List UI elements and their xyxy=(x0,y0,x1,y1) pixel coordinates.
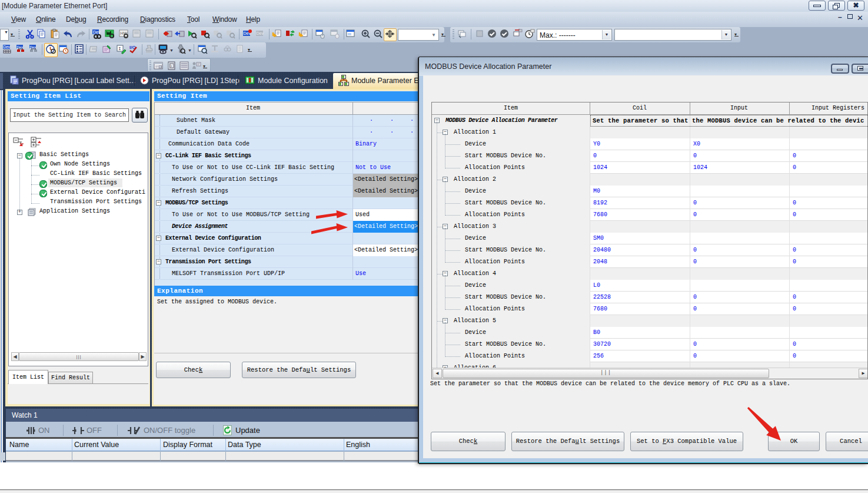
svg-text:Dev: Dev xyxy=(17,45,24,49)
svg-text:Dev: Dev xyxy=(30,45,36,49)
svg-text:Dev: Dev xyxy=(257,31,264,35)
svg-text:I: I xyxy=(118,46,121,51)
svg-text:Dev: Dev xyxy=(4,45,11,49)
svg-text:Dev: Dev xyxy=(93,30,101,34)
svg-text:i: i xyxy=(171,64,172,68)
